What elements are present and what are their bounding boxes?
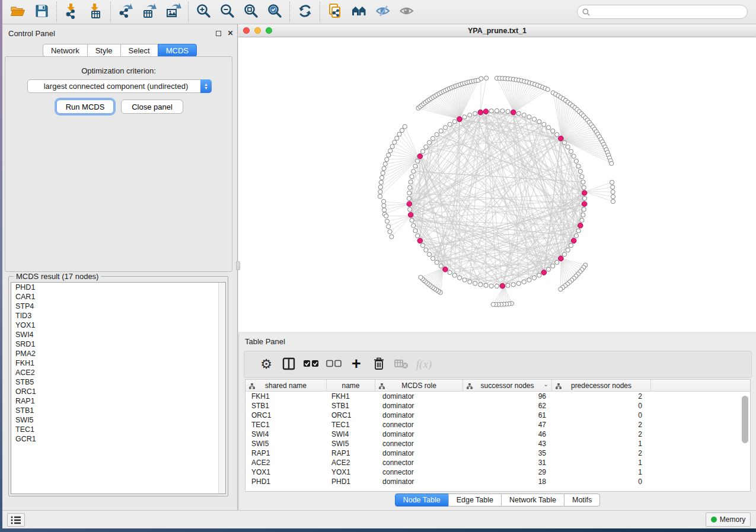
column-header-MCDS-role[interactable]: MCDS role (375, 380, 463, 392)
tab-edge-table[interactable]: Edge Table (448, 493, 502, 507)
network-canvas[interactable] (238, 37, 756, 332)
main-toolbar (2, 0, 756, 24)
delete-table-icon (394, 358, 409, 371)
table-row[interactable]: PHD1PHD1dominator180 (245, 477, 750, 486)
unselect-all-columns-icon (326, 360, 342, 370)
mcds-result-item[interactable]: TID3 (11, 311, 225, 321)
mcds-result-item[interactable]: TEC1 (11, 425, 225, 434)
table-row[interactable]: FKH1FKH1dominator962 (245, 392, 750, 401)
mcds-result-item[interactable]: STB1 (11, 406, 225, 415)
table-row[interactable]: TEC1TEC1connector472 (245, 420, 750, 430)
tab-style[interactable]: Style (87, 44, 121, 57)
mcds-result-item[interactable]: SWI5 (11, 415, 225, 425)
optimization-criterion-value: largest connected component (undirected) (28, 82, 200, 91)
first-neighbors-button[interactable] (347, 1, 371, 23)
node-table[interactable]: shared namenameMCDS rolesuccessor nodes⌄… (245, 379, 751, 492)
mcds-result-item[interactable]: CAR1 (11, 292, 225, 302)
unselect-all-columns-button[interactable] (323, 353, 345, 376)
memory-label: Memory (720, 515, 745, 524)
run-mcds-button[interactable]: Run MCDS (56, 100, 114, 114)
table-settings-gear-button[interactable]: ⚙ (255, 353, 277, 376)
table-row[interactable]: YOX1YOX1connector291 (245, 467, 750, 477)
mcds-result-item[interactable]: PMA2 (11, 349, 225, 358)
tab-network[interactable]: Network (43, 44, 88, 57)
column-header-successor-nodes[interactable]: successor nodes⌄ (463, 380, 552, 392)
save-session-button[interactable] (30, 1, 53, 23)
mcds-result-list[interactable]: PHD1CAR1STP4TID3YOX1SWI4SRD1PMA2FKH1ACE2… (11, 282, 226, 494)
zoom-fit-button[interactable] (239, 1, 263, 23)
network-view-panel: YPA_prune.txt_1 (238, 24, 756, 332)
column-header-shared-name[interactable]: shared name (245, 380, 327, 392)
table-row[interactable]: ORC1ORC1dominator610 (245, 411, 750, 420)
tab-network-table[interactable]: Network Table (501, 493, 564, 507)
memory-button[interactable]: Memory (706, 512, 751, 527)
column-header-name[interactable]: name (327, 380, 375, 392)
mcds-result-item[interactable]: YOX1 (11, 321, 225, 330)
float-panel-icon[interactable] (215, 30, 222, 37)
close-panel-button[interactable]: Close panel (121, 100, 183, 114)
zoom-selected-icon (267, 3, 283, 21)
zoom-in-icon (196, 3, 212, 21)
table-row[interactable]: STB1STB1dominator620 (245, 401, 750, 411)
shared-column-icon (379, 383, 385, 391)
mcds-result-item[interactable]: ORC1 (11, 387, 225, 396)
export-image-button[interactable] (161, 1, 185, 23)
mcds-result-item[interactable]: STB5 (11, 377, 225, 387)
search-box[interactable] (577, 5, 748, 19)
task-history-button[interactable] (7, 513, 25, 527)
export-table-button[interactable] (138, 1, 161, 23)
memory-status-icon (711, 517, 717, 523)
mcds-result-item[interactable]: SWI4 (11, 330, 225, 339)
search-icon (582, 8, 590, 16)
mcds-list-scrollbar[interactable] (218, 283, 225, 493)
mcds-result-item[interactable]: RAP1 (11, 396, 225, 406)
toggle-panel-columns-button[interactable] (277, 353, 300, 376)
table-panel-tabs: Node TableEdge TableNetwork TableMotifs (239, 493, 756, 507)
table-row[interactable]: SWI5SWI5connector431 (245, 439, 750, 448)
table-scrollbar[interactable] (742, 394, 748, 489)
table-toolbar: ⚙+f(x) (244, 351, 752, 378)
select-all-columns-button[interactable] (300, 353, 323, 376)
mcds-result-item[interactable]: SRD1 (11, 339, 225, 349)
apply-layout-button[interactable] (293, 1, 317, 23)
zoom-fit-icon (243, 3, 259, 21)
delete-column-button[interactable] (368, 353, 390, 376)
zoom-out-button[interactable] (215, 1, 239, 23)
close-panel-icon[interactable]: ✕ (227, 29, 234, 37)
tab-mcds[interactable]: MCDS (158, 44, 197, 57)
table-row[interactable]: ACE2ACE2connector311 (245, 458, 750, 467)
table-settings-gear-icon: ⚙ (260, 357, 272, 372)
hide-selected-button[interactable] (371, 1, 394, 23)
export-network-icon (118, 3, 134, 21)
table-panel: Table Panel ✕ ⚙+f(x) shared namenameMCDS… (238, 334, 756, 510)
show-all-icon (398, 3, 414, 21)
show-all-button[interactable] (394, 1, 418, 23)
new-network-from-selection-button[interactable] (323, 1, 347, 23)
zoom-in-button[interactable] (192, 1, 215, 23)
mcds-result-item[interactable]: ACE2 (11, 368, 225, 377)
network-window-titlebar[interactable]: YPA_prune.txt_1 (238, 24, 756, 37)
tab-select[interactable]: Select (120, 44, 158, 57)
add-column-button[interactable]: + (345, 353, 368, 376)
mcds-result-title: MCDS result (17 nodes) (14, 272, 101, 281)
export-network-button[interactable] (114, 1, 138, 23)
zoom-selected-button[interactable] (263, 1, 286, 23)
zoom-out-icon (219, 3, 235, 21)
shared-column-icon (467, 383, 473, 391)
open-file-button[interactable] (6, 1, 30, 23)
column-header-predecessor-nodes[interactable]: predecessor nodes (552, 380, 651, 392)
tab-motifs[interactable]: Motifs (564, 493, 600, 507)
import-table-button[interactable] (84, 1, 107, 23)
mcds-result-item[interactable]: PHD1 (11, 283, 225, 292)
mcds-result-item[interactable]: STP4 (11, 302, 225, 311)
mcds-result-item[interactable]: FKH1 (11, 358, 225, 368)
toolbar-separator (56, 2, 57, 22)
table-row[interactable]: SWI4SWI4dominator462 (245, 430, 750, 439)
optimization-criterion-select[interactable]: largest connected component (undirected)… (27, 79, 212, 93)
search-input[interactable] (593, 8, 742, 16)
import-network-button[interactable] (60, 1, 84, 23)
splitter-handle[interactable] (236, 261, 240, 270)
tab-node-table[interactable]: Node Table (395, 493, 449, 507)
mcds-result-item[interactable]: GCR1 (11, 434, 225, 444)
table-row[interactable]: RAP1RAP1dominator352 (245, 448, 750, 458)
